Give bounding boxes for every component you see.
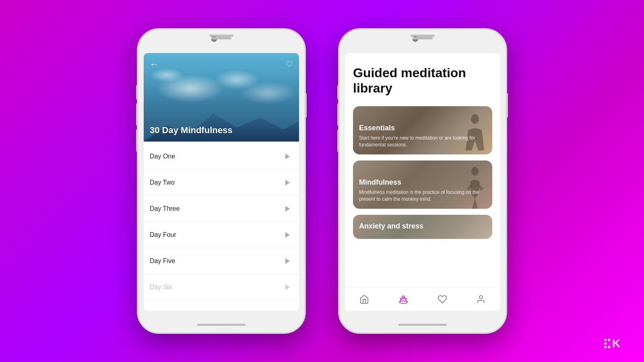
phone-1-speaker: [211, 37, 231, 39]
phone-1-btn-left1: [136, 85, 138, 99]
svg-point-2: [399, 301, 407, 303]
back-button[interactable]: ←: [150, 59, 159, 70]
day-label-1: Day One: [150, 153, 175, 160]
day-label-5: Day Five: [150, 257, 175, 265]
phone-1-screen: ← ♡ 30 Day Mindfulness Day One Day Two D…: [144, 53, 299, 311]
watermark: K: [604, 337, 620, 350]
day-item-1[interactable]: Day One: [144, 144, 299, 170]
phone-1-btn-left3: [136, 130, 138, 152]
library-content: Guided meditation library Essentials Sta…: [345, 53, 500, 287]
card-text-mindfulness: Mindfulness Mindfulness meditation is th…: [353, 172, 492, 209]
category-card-essentials[interactable]: Essentials Start here if you're new to m…: [353, 106, 492, 154]
phone-2-home-indicator: [398, 324, 447, 326]
mindfulness-desc: Mindfulness meditation is the practice o…: [359, 189, 486, 203]
day-item-4[interactable]: Day Four: [144, 222, 299, 248]
nav-meditation[interactable]: [398, 295, 409, 304]
dot-6: [608, 346, 610, 348]
phone-2: Guided meditation library Essentials Sta…: [338, 28, 507, 334]
phone-2-btn-left2: [337, 103, 339, 125]
phones-container: ← ♡ 30 Day Mindfulness Day One Day Two D…: [137, 28, 507, 334]
play-btn-3[interactable]: [282, 203, 293, 214]
phone-2-btn-right: [506, 93, 508, 117]
day-item-3[interactable]: Day Three: [144, 196, 299, 222]
card-text-essentials: Essentials Start here if you're new to m…: [353, 118, 492, 154]
nav-favorites[interactable]: [438, 294, 447, 304]
anxiety-title: Anxiety and stress: [359, 222, 486, 230]
library-title: Guided meditation library: [353, 65, 492, 96]
hero-image: ← ♡ 30 Day Mindfulness: [144, 53, 299, 142]
phone-1-btn-left2: [136, 103, 138, 125]
watermark-letter: K: [612, 337, 620, 350]
card-text-anxiety: Anxiety and stress: [353, 216, 492, 239]
play-btn-1[interactable]: [282, 151, 293, 162]
play-btn-6: [282, 282, 293, 293]
nav-profile[interactable]: [476, 294, 486, 304]
play-btn-4[interactable]: [282, 229, 293, 241]
play-btn-5[interactable]: [282, 255, 293, 267]
phone-2-btn-left1: [337, 85, 339, 99]
watermark-dots: [604, 339, 610, 348]
bottom-nav: [345, 287, 500, 311]
day-item-5[interactable]: Day Five: [144, 248, 299, 274]
svg-point-3: [402, 296, 405, 298]
day-label-6: Day Six: [150, 284, 172, 291]
phone-2-screen: Guided meditation library Essentials Sta…: [345, 53, 500, 311]
dot-5: [604, 346, 607, 348]
category-card-anxiety[interactable]: Anxiety and stress: [353, 215, 492, 239]
phone-1-btn-right: [305, 93, 307, 117]
essentials-title: Essentials: [359, 124, 486, 132]
mindfulness-title: Mindfulness: [359, 178, 486, 187]
dot-2: [608, 339, 610, 341]
dot-3: [604, 342, 607, 345]
dot-1: [604, 339, 607, 341]
day-item-2[interactable]: Day Two: [144, 170, 299, 196]
day-item-6: Day Six: [144, 274, 299, 300]
phone-1: ← ♡ 30 Day Mindfulness Day One Day Two D…: [137, 28, 306, 334]
favorite-button[interactable]: ♡: [286, 59, 293, 69]
category-card-mindfulness[interactable]: Mindfulness Mindfulness meditation is th…: [353, 160, 492, 209]
nav-home[interactable]: [359, 294, 369, 304]
days-list: Day One Day Two Day Three Day Four Day F…: [144, 142, 299, 311]
day-label-4: Day Four: [150, 231, 176, 239]
svg-point-4: [479, 296, 483, 299]
day-label-2: Day Two: [150, 179, 175, 186]
phone-2-btn-left3: [337, 130, 339, 152]
dot-4: [608, 342, 610, 345]
day-label-3: Day Three: [150, 205, 180, 212]
play-btn-2[interactable]: [282, 177, 293, 188]
course-title: 30 Day Mindfulness: [150, 125, 232, 136]
essentials-desc: Start here if you're new to meditation o…: [359, 135, 486, 148]
phone-2-speaker: [413, 37, 433, 39]
phone-1-home-indicator: [197, 324, 246, 326]
